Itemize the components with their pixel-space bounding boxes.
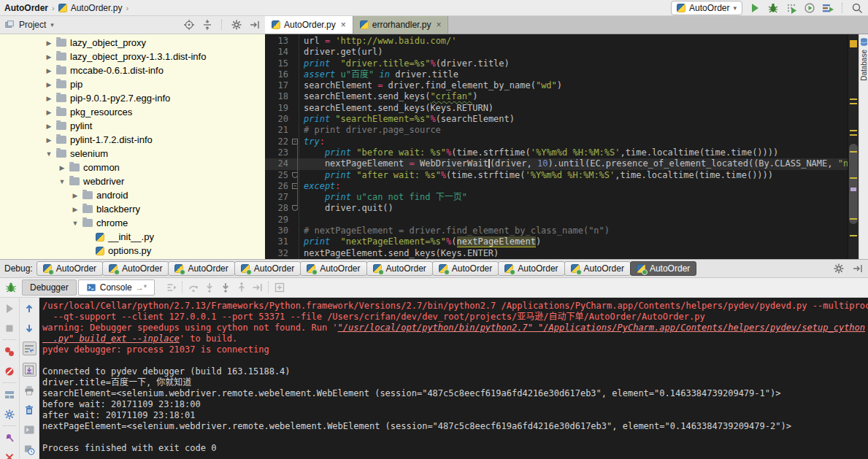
evaluate-expression-icon[interactable] xyxy=(272,280,288,295)
code-line-29[interactable] xyxy=(304,215,848,225)
pin-icon[interactable] xyxy=(4,431,16,444)
debug-tab-1[interactable]: AutoOrder xyxy=(37,261,103,276)
code-line-32[interactable]: nextPageElement.send_keys(Keys.ENTER) xyxy=(304,248,848,259)
file-status-indicator[interactable] xyxy=(850,40,857,47)
tree-collapsed-arrow-icon[interactable]: ▶ xyxy=(45,39,53,47)
tree-item-pip[interactable]: ▶pip xyxy=(0,77,265,91)
tree-item-lazy_object_proxy-1-3-1-dist-info[interactable]: ▶lazy_object_proxy-1.3.1.dist-info xyxy=(0,50,265,63)
code-line-16[interactable]: assert u"百度" in driver.title xyxy=(304,69,848,80)
tab-console[interactable]: Console→* xyxy=(78,279,155,296)
tree-item-pylint-1-7-2-dist-info[interactable]: ▶pylint-1.7.2.dist-info xyxy=(0,133,265,147)
debug-tab-10[interactable]: AutoOrder xyxy=(630,261,696,276)
clear-all-icon[interactable] xyxy=(23,404,36,416)
tree-collapsed-arrow-icon[interactable]: ▶ xyxy=(45,123,53,130)
close-icon[interactable] xyxy=(4,451,16,459)
debug-icon[interactable] xyxy=(767,1,780,15)
code-line-25[interactable]: print "after wait: %s"%(time.strftime('%… xyxy=(304,170,848,181)
tree-expanded-arrow-icon[interactable]: ▼ xyxy=(58,178,66,185)
code-line-23[interactable]: print "before wait: %s"%(time.strftime('… xyxy=(304,147,848,158)
tree-expanded-arrow-icon[interactable]: ▼ xyxy=(72,220,79,227)
restore-layout-icon[interactable] xyxy=(4,388,16,401)
gear-icon[interactable] xyxy=(231,19,242,31)
run-icon[interactable] xyxy=(748,1,761,15)
close-tab-icon[interactable]: × xyxy=(341,20,346,30)
collapse-icon[interactable] xyxy=(201,19,213,31)
code-line-20[interactable]: print "searchElement=%s"%(searchElement) xyxy=(304,114,848,125)
code-line-30[interactable]: # nextPageElement = driver.find_element_… xyxy=(304,225,848,236)
editor-tab-errorhandler-py[interactable]: errorhandler.py× xyxy=(353,16,449,34)
code-line-24[interactable]: nextPageElement = WebDriverWait(driver, … xyxy=(304,158,848,169)
run-to-cursor-icon[interactable] xyxy=(250,280,266,295)
debug-tab-7[interactable]: AutoOrder xyxy=(432,261,499,276)
hide-panel-icon[interactable] xyxy=(852,263,864,274)
debug-tab-5[interactable]: AutoOrder xyxy=(300,261,366,276)
code-line-15[interactable]: print "driver.title=%s"%(driver.title) xyxy=(304,58,848,69)
down-icon[interactable] xyxy=(23,322,36,334)
code-line-21[interactable]: # print driver.page_source xyxy=(304,125,848,136)
tree-collapsed-arrow-icon[interactable]: ▶ xyxy=(58,164,66,171)
breadcrumb-project[interactable]: AutoOrder xyxy=(4,3,48,13)
step-out-icon[interactable] xyxy=(234,280,250,295)
code-line-19[interactable]: searchElement.send_keys(Keys.RETURN) xyxy=(304,103,848,114)
profile-icon[interactable] xyxy=(803,1,816,15)
console-gray-icon[interactable] xyxy=(23,423,36,436)
tree-item-common[interactable]: ▶common xyxy=(0,161,265,174)
console-link[interactable]: "/usr/local/opt/python/bin/python2.7" "/… xyxy=(338,323,865,333)
tree-expanded-arrow-icon[interactable]: ▼ xyxy=(45,150,53,158)
step-over-icon[interactable] xyxy=(185,280,201,295)
scrollbar-thumb[interactable] xyxy=(849,144,858,224)
stripe-warning-mark[interactable] xyxy=(850,218,857,220)
close-tab-icon[interactable]: × xyxy=(436,20,441,30)
console-output[interactable]: /usr/local/Cellar/python/2.7.13/Framewor… xyxy=(39,298,868,459)
debug-tab-3[interactable]: AutoOrder xyxy=(168,261,234,276)
stripe-warning-mark[interactable] xyxy=(850,134,857,136)
tree-item-options-py[interactable]: options.py xyxy=(0,244,265,258)
view-breakpoints-icon[interactable] xyxy=(4,345,16,358)
debug-tab-2[interactable]: AutoOrder xyxy=(102,261,169,276)
chevron-down-icon[interactable]: ▾ xyxy=(50,21,54,28)
editor-tab-AutoOrder-py[interactable]: AutoOrder.py× xyxy=(265,16,353,34)
show-execution-point-icon[interactable] xyxy=(164,280,180,295)
code-line-27[interactable]: print u"can not find 下一页" xyxy=(304,192,848,203)
up-icon[interactable] xyxy=(23,302,36,315)
concurrency-icon[interactable] xyxy=(821,1,834,15)
code-area[interactable]: url = 'http://www.baidu.com/'driver.get(… xyxy=(304,36,848,259)
stripe-warning-mark[interactable] xyxy=(850,103,857,104)
scroll-to-end-icon[interactable] xyxy=(23,363,37,377)
debug-tab-9[interactable]: AutoOrder xyxy=(564,261,631,276)
settings-icon[interactable] xyxy=(4,408,16,420)
code-editor[interactable]: 13141516171819202122−23242526−2728293031… xyxy=(265,34,868,259)
tree-collapsed-arrow-icon[interactable]: ▶ xyxy=(45,109,53,116)
code-line-22[interactable]: try: xyxy=(304,136,848,147)
code-line-17[interactable]: searchElement = driver.find_element_by_n… xyxy=(304,80,848,91)
step-into-icon[interactable] xyxy=(201,280,218,295)
tree-item-chrome[interactable]: ▼chrome xyxy=(0,216,265,230)
tree-item-mccabe-0-6-1-dist-info[interactable]: ▶mccabe-0.6.1.dist-info xyxy=(0,63,265,77)
tree-item-blackberry[interactable]: ▶blackberry xyxy=(0,202,265,216)
search-icon[interactable] xyxy=(850,1,864,15)
project-tree[interactable]: ▶lazy_object_proxy▶lazy_object_proxy-1.3… xyxy=(0,34,265,259)
tree-item-android[interactable]: ▶android xyxy=(0,188,265,202)
stripe-caret-mark[interactable] xyxy=(850,188,856,191)
stop-icon[interactable] xyxy=(4,322,16,334)
tree-item-__init__-py[interactable]: __init__.py xyxy=(0,230,265,244)
coverage-icon[interactable] xyxy=(785,1,798,15)
force-step-into-icon[interactable] xyxy=(218,280,234,295)
resume-icon[interactable] xyxy=(4,302,16,315)
database-tool-button[interactable]: Database xyxy=(859,34,868,259)
tree-collapsed-arrow-icon[interactable]: ▶ xyxy=(72,192,79,199)
code-line-18[interactable]: searchElement.send_keys("crifan") xyxy=(304,91,848,102)
debug-tab-4[interactable]: AutoOrder xyxy=(234,261,301,276)
print-icon[interactable] xyxy=(23,384,36,396)
target-icon[interactable] xyxy=(183,19,195,31)
history-icon[interactable] xyxy=(23,443,36,455)
breadcrumb-file[interactable]: AutoOrder.py xyxy=(71,3,123,13)
tree-collapsed-arrow-icon[interactable]: ▶ xyxy=(45,136,53,144)
gear-icon[interactable] xyxy=(833,263,845,274)
code-line-14[interactable]: driver.get(url) xyxy=(304,47,848,58)
mute-breakpoints-icon[interactable] xyxy=(4,365,16,377)
hide-panel-icon[interactable] xyxy=(249,19,261,31)
tree-item-lazy_object_proxy[interactable]: ▶lazy_object_proxy xyxy=(0,36,265,50)
debug-tab-8[interactable]: AutoOrder xyxy=(498,261,564,276)
stripe-warning-mark[interactable] xyxy=(850,177,857,179)
